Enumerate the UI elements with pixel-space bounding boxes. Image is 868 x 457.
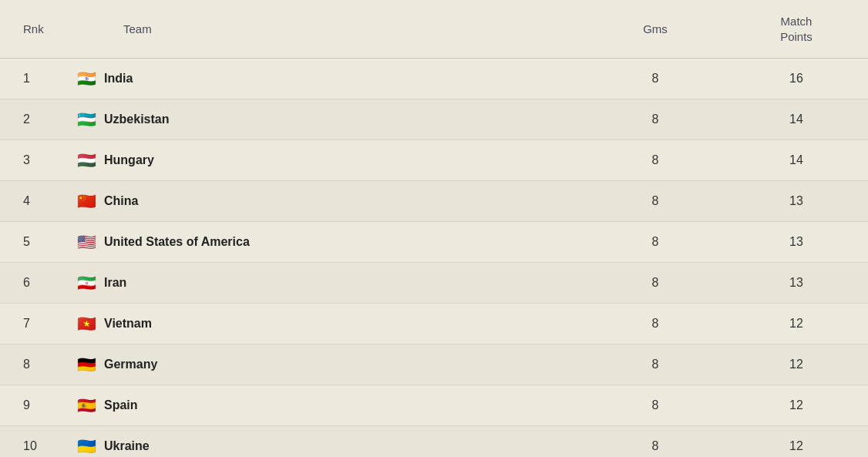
standings-table-container: Rnk Team Gms MatchPoints 1 🇮🇳 India 8 16…: [0, 0, 868, 457]
team-name: Spain: [104, 398, 138, 412]
rank-cell: 2: [0, 99, 62, 140]
team-name: Hungary: [104, 153, 154, 167]
team-cell-container: 🇺🇸 United States of America: [62, 222, 586, 263]
gms-cell: 8: [586, 99, 725, 140]
points-cell: 13: [725, 263, 868, 304]
table-row: 3 🇭🇺 Hungary 8 14: [0, 140, 868, 181]
header-team: Team: [62, 0, 586, 59]
gms-cell: 8: [586, 181, 725, 222]
team-name: Iran: [104, 276, 126, 290]
rank-cell: 1: [0, 59, 62, 99]
rank-cell: 6: [0, 263, 62, 304]
team-name: Germany: [104, 358, 157, 371]
table-row: 1 🇮🇳 India 8 16: [0, 59, 868, 99]
team-name: United States of America: [104, 235, 250, 249]
team-name: India: [104, 72, 133, 86]
points-cell: 14: [725, 99, 868, 140]
gms-cell: 8: [586, 263, 725, 304]
points-cell: 12: [725, 385, 868, 426]
team-cell-container: 🇪🇸 Spain: [62, 385, 586, 426]
table-row: 7 🇻🇳 Vietnam 8 12: [0, 304, 868, 344]
gms-cell: 8: [586, 385, 725, 426]
points-cell: 12: [725, 344, 868, 385]
gms-cell: 8: [586, 222, 725, 263]
points-cell: 13: [725, 222, 868, 263]
points-cell: 12: [725, 304, 868, 344]
team-cell-container: 🇮🇷 Iran: [62, 263, 586, 304]
rank-cell: 8: [0, 344, 62, 385]
country-flag: 🇺🇸: [77, 233, 96, 251]
team-name: Ukraine: [104, 439, 150, 453]
country-flag: 🇭🇺: [77, 151, 96, 170]
country-flag: 🇻🇳: [77, 314, 96, 333]
table-header-row: Rnk Team Gms MatchPoints: [0, 0, 868, 59]
rank-cell: 3: [0, 140, 62, 181]
team-cell-container: 🇻🇳 Vietnam: [62, 304, 586, 344]
standings-table: Rnk Team Gms MatchPoints 1 🇮🇳 India 8 16…: [0, 0, 868, 457]
country-flag: 🇩🇪: [77, 355, 96, 374]
country-flag: 🇨🇳: [77, 192, 96, 210]
rank-cell: 9: [0, 385, 62, 426]
rank-cell: 7: [0, 304, 62, 344]
table-row: 10 🇺🇦 Ukraine 8 12: [0, 426, 868, 458]
country-flag: 🇮🇳: [77, 69, 96, 88]
gms-cell: 8: [586, 344, 725, 385]
gms-cell: 8: [586, 59, 725, 99]
rank-cell: 5: [0, 222, 62, 263]
points-cell: 12: [725, 426, 868, 458]
points-cell: 13: [725, 181, 868, 222]
country-flag: 🇺🇿: [77, 110, 96, 129]
table-row: 8 🇩🇪 Germany 8 12: [0, 344, 868, 385]
team-cell-container: 🇮🇳 India: [62, 59, 586, 99]
table-row: 4 🇨🇳 China 8 13: [0, 181, 868, 222]
team-name: Vietnam: [104, 317, 152, 331]
header-rank: Rnk: [0, 0, 62, 59]
team-cell-container: 🇺🇿 Uzbekistan: [62, 99, 586, 140]
gms-cell: 8: [586, 426, 725, 458]
header-gms: Gms: [586, 0, 725, 59]
table-row: 2 🇺🇿 Uzbekistan 8 14: [0, 99, 868, 140]
header-match-points: MatchPoints: [725, 0, 868, 59]
points-cell: 14: [725, 140, 868, 181]
country-flag: 🇪🇸: [77, 396, 96, 415]
gms-cell: 8: [586, 304, 725, 344]
country-flag: 🇮🇷: [77, 274, 96, 292]
team-name: China: [104, 194, 138, 208]
table-row: 6 🇮🇷 Iran 8 13: [0, 263, 868, 304]
country-flag: 🇺🇦: [77, 437, 96, 455]
rank-cell: 10: [0, 426, 62, 458]
team-cell-container: 🇺🇦 Ukraine: [62, 426, 586, 458]
team-name: Uzbekistan: [104, 113, 169, 126]
table-row: 9 🇪🇸 Spain 8 12: [0, 385, 868, 426]
team-cell-container: 🇨🇳 China: [62, 181, 586, 222]
team-cell-container: 🇩🇪 Germany: [62, 344, 586, 385]
team-cell-container: 🇭🇺 Hungary: [62, 140, 586, 181]
gms-cell: 8: [586, 140, 725, 181]
points-cell: 16: [725, 59, 868, 99]
rank-cell: 4: [0, 181, 62, 222]
table-row: 5 🇺🇸 United States of America 8 13: [0, 222, 868, 263]
